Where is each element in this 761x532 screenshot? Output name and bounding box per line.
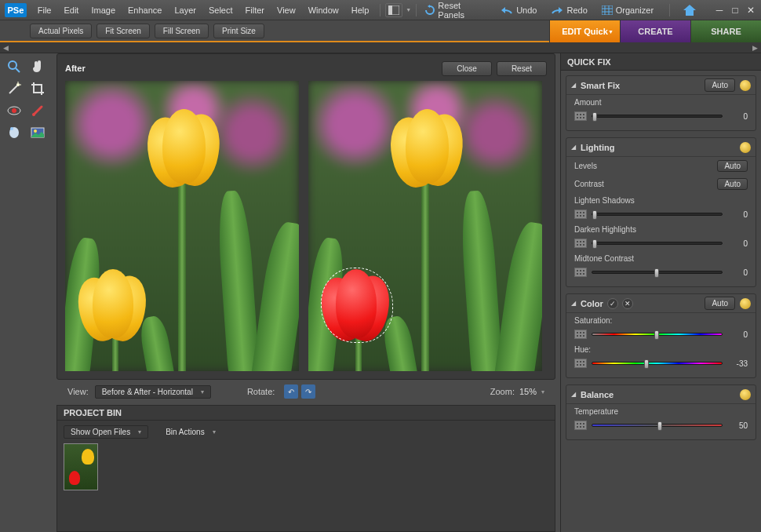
midtone-slider[interactable]: [592, 271, 723, 274]
amount-value: 0: [727, 112, 748, 121]
bin-thumbnail[interactable]: [64, 443, 98, 490]
menu-view[interactable]: View: [271, 2, 302, 18]
fit-screen-button[interactable]: Fit Screen: [96, 24, 150, 38]
grid-icon[interactable]: [574, 330, 587, 339]
reset-button[interactable]: Reset: [497, 61, 547, 76]
saturation-slider[interactable]: [592, 333, 723, 336]
lighten-slider[interactable]: [592, 213, 723, 216]
print-size-button[interactable]: Print Size: [213, 24, 264, 38]
darken-slider[interactable]: [592, 242, 723, 245]
view-mode-dropdown[interactable]: Before & After - Horizontal: [95, 385, 211, 399]
collapse-icon[interactable]: ◢: [571, 391, 576, 398]
grid-icon[interactable]: [574, 239, 587, 248]
grid-icon[interactable]: [574, 268, 587, 277]
menu-help[interactable]: Help: [345, 2, 376, 18]
redo-icon: [551, 5, 563, 15]
svg-line-8: [16, 68, 20, 72]
project-bin: Show Open Files Bin Actions: [56, 421, 555, 532]
toolbox: [0, 53, 52, 532]
balance-section: ◢ Balance Temperature 50: [566, 384, 756, 440]
maximize-button[interactable]: □: [730, 5, 741, 16]
home-icon: [683, 4, 697, 16]
color-auto-button[interactable]: Auto: [705, 297, 735, 310]
mode-create-tab[interactable]: CREATE: [620, 20, 690, 42]
hand-icon: [31, 60, 45, 74]
rotate-right-button[interactable]: ↷: [301, 384, 315, 399]
crop-icon: [31, 82, 45, 96]
collapse-icon[interactable]: ◢: [571, 144, 576, 151]
svg-point-10: [16, 83, 20, 86]
grid-icon[interactable]: [574, 359, 587, 368]
contrast-auto-button[interactable]: Auto: [717, 178, 748, 190]
bin-actions-dropdown[interactable]: Bin Actions: [159, 426, 221, 438]
arrow-left-icon[interactable]: ◀: [3, 44, 9, 52]
redeye-tool[interactable]: [5, 102, 24, 119]
zoom-tool[interactable]: [5, 58, 24, 75]
menu-layer[interactable]: Layer: [168, 2, 202, 18]
tip-icon[interactable]: [740, 389, 751, 400]
quick-select-tool[interactable]: [5, 80, 24, 97]
smartfix-section: ◢ Smart Fix Auto Amount 0: [566, 75, 756, 131]
levels-auto-button[interactable]: Auto: [717, 160, 748, 172]
amount-slider[interactable]: [592, 115, 723, 118]
close-button[interactable]: Close: [442, 61, 492, 76]
arrow-strip: ◀ ▶: [0, 42, 761, 53]
hue-slider[interactable]: [592, 362, 723, 365]
actual-pixels-button[interactable]: Actual Pixels: [30, 24, 92, 38]
show-open-files-dropdown[interactable]: Show Open Files: [64, 425, 148, 439]
smartfix-auto-button[interactable]: Auto: [705, 78, 735, 92]
tip-icon[interactable]: [740, 142, 751, 153]
layout-dropdown[interactable]: [385, 3, 402, 17]
app-logo: PSe: [5, 3, 27, 17]
menu-enhance[interactable]: Enhance: [122, 2, 168, 18]
commit-icon[interactable]: ✓: [607, 298, 618, 309]
organizer-button[interactable]: Organizer: [599, 4, 657, 16]
menu-image[interactable]: Image: [85, 2, 122, 18]
mode-edit-tab[interactable]: EDIT Quick: [549, 20, 620, 42]
menu-filter[interactable]: Filter: [239, 2, 271, 18]
menu-select[interactable]: Select: [202, 2, 239, 18]
grid-icon[interactable]: [574, 421, 587, 430]
reset-panels-button[interactable]: Reset Panels: [421, 0, 490, 21]
crop-tool[interactable]: [28, 80, 47, 97]
project-bin-title: PROJECT BIN: [64, 408, 122, 417]
cancel-icon[interactable]: ✕: [622, 298, 633, 309]
brush-tool[interactable]: [28, 102, 47, 119]
minimize-button[interactable]: ─: [714, 5, 725, 16]
rotate-left-button[interactable]: ↶: [284, 384, 298, 399]
separator: [380, 4, 380, 16]
arrow-right-icon[interactable]: ▶: [752, 44, 758, 52]
redo-button[interactable]: Redo: [548, 4, 590, 16]
saturation-label: Saturation:: [574, 316, 612, 325]
brush-icon: [31, 104, 45, 118]
svg-point-18: [10, 127, 13, 130]
menu-file[interactable]: File: [31, 2, 58, 18]
chevron-down-icon[interactable]: ▾: [541, 388, 544, 395]
close-window-button[interactable]: ✕: [745, 5, 756, 16]
hand-tool[interactable]: [28, 58, 47, 75]
photo-tool[interactable]: [28, 124, 47, 141]
magnifier-icon: [7, 60, 21, 74]
tip-icon[interactable]: [740, 80, 751, 91]
separator: [669, 4, 670, 16]
collapse-icon[interactable]: ◢: [571, 300, 576, 307]
before-image[interactable]: [65, 81, 299, 371]
view-bar: View: Before & After - Horizontal Rotate…: [56, 380, 555, 403]
after-image[interactable]: [308, 81, 542, 371]
collapse-icon[interactable]: ◢: [571, 82, 576, 89]
grid-icon[interactable]: [574, 111, 587, 121]
whiten-tool[interactable]: [5, 124, 24, 141]
undo-button[interactable]: Undo: [497, 4, 540, 16]
svg-point-7: [9, 61, 16, 69]
temperature-slider[interactable]: [592, 424, 723, 427]
refresh-icon: [424, 5, 435, 16]
fill-screen-button[interactable]: Fill Screen: [155, 24, 209, 38]
tip-icon[interactable]: [740, 298, 751, 309]
mode-share-tab[interactable]: SHARE: [690, 20, 761, 42]
home-button[interactable]: [683, 4, 697, 16]
levels-label: Levels: [574, 162, 597, 170]
grid-icon[interactable]: [574, 210, 587, 219]
menu-window[interactable]: Window: [302, 2, 345, 18]
project-bin-header[interactable]: PROJECT BIN: [56, 405, 555, 421]
menu-edit[interactable]: Edit: [57, 2, 85, 18]
